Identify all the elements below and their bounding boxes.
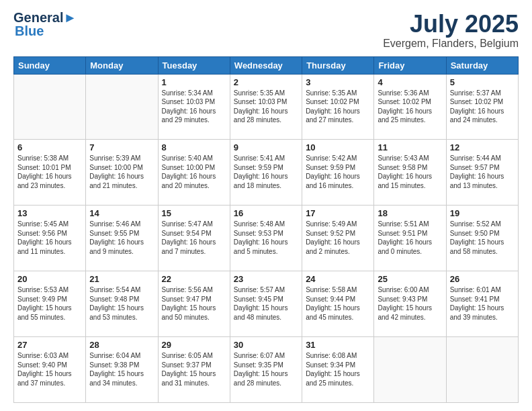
cell-line-7-1: Sunset: 10:00 PM	[89, 164, 143, 171]
cell-line-25-0: Sunrise: 6:00 AM	[378, 286, 429, 293]
calendar-cell-3-4: 24Sunrise: 5:58 AMSunset: 9:44 PMDayligh…	[302, 271, 374, 337]
calendar-cell-4-3: 30Sunrise: 6:07 AMSunset: 9:35 PMDayligh…	[230, 337, 302, 403]
day-number-24: 24	[306, 274, 370, 284]
calendar-cell-0-1	[86, 74, 158, 140]
calendar-cell-1-2: 8Sunrise: 5:40 AMSunset: 10:00 PMDayligh…	[158, 140, 230, 205]
day-number-25: 25	[378, 274, 442, 284]
cell-line-10-0: Sunrise: 5:42 AM	[306, 154, 357, 162]
cell-line-31-2: Daylight: 15 hours	[306, 370, 360, 377]
cell-line-12-0: Sunrise: 5:44 AM	[450, 154, 501, 162]
cell-line-20-3: and 55 minutes.	[17, 314, 65, 321]
cell-line-13-3: and 11 minutes.	[17, 248, 65, 255]
day-number-8: 8	[162, 142, 226, 152]
header: General► Blue July 2025 Evergem, Flander…	[13, 11, 519, 50]
cell-line-6-1: Sunset: 10:01 PM	[17, 164, 71, 171]
cell-line-27-3: and 37 minutes.	[17, 379, 65, 387]
day-number-29: 29	[162, 340, 226, 350]
cell-line-25-3: and 42 minutes.	[378, 314, 425, 321]
cell-line-5-0: Sunrise: 5:37 AM	[450, 89, 501, 97]
cell-line-4-2: Daylight: 16 hours	[378, 107, 432, 115]
cell-line-15-1: Sunset: 9:54 PM	[162, 230, 212, 237]
cell-line-3-1: Sunset: 10:02 PM	[306, 98, 359, 105]
day-number-26: 26	[450, 274, 515, 284]
calendar-cell-0-0	[14, 74, 86, 140]
cell-content-29: Sunrise: 6:05 AMSunset: 9:37 PMDaylight:…	[162, 351, 226, 387]
col-monday: Monday	[86, 56, 158, 74]
cell-line-18-3: and 0 minutes.	[378, 248, 422, 255]
cell-line-27-1: Sunset: 9:40 PM	[17, 361, 67, 369]
cell-line-1-2: Daylight: 16 hours	[162, 107, 216, 115]
page: General► Blue July 2025 Evergem, Flander…	[0, 0, 532, 411]
cell-content-6: Sunrise: 5:38 AMSunset: 10:01 PMDaylight…	[17, 154, 82, 190]
calendar-title: July 2025	[383, 11, 519, 38]
calendar-cell-0-6: 5Sunrise: 5:37 AMSunset: 10:02 PMDayligh…	[446, 74, 518, 140]
day-number-5: 5	[450, 77, 515, 87]
cell-line-26-1: Sunset: 9:41 PM	[450, 295, 500, 303]
day-number-4: 4	[378, 77, 442, 87]
cell-line-31-1: Sunset: 9:34 PM	[306, 361, 355, 369]
cell-line-30-2: Daylight: 15 hours	[234, 370, 288, 377]
cell-line-18-0: Sunrise: 5:51 AM	[378, 220, 429, 228]
cell-line-12-2: Daylight: 16 hours	[450, 173, 504, 180]
cell-content-26: Sunrise: 6:01 AMSunset: 9:41 PMDaylight:…	[450, 285, 515, 322]
cell-content-11: Sunrise: 5:43 AMSunset: 9:58 PMDaylight:…	[378, 154, 442, 190]
calendar-cell-2-0: 13Sunrise: 5:45 AMSunset: 9:56 PMDayligh…	[14, 205, 86, 271]
day-number-30: 30	[234, 340, 298, 350]
cell-line-11-1: Sunset: 9:58 PM	[378, 164, 427, 171]
cell-line-28-1: Sunset: 9:38 PM	[89, 361, 139, 369]
cell-line-9-3: and 18 minutes.	[234, 182, 281, 189]
cell-line-5-2: Daylight: 16 hours	[450, 107, 504, 115]
calendar-cell-2-3: 16Sunrise: 5:48 AMSunset: 9:53 PMDayligh…	[230, 205, 302, 271]
col-tuesday: Tuesday	[158, 56, 230, 74]
cell-line-2-2: Daylight: 16 hours	[234, 107, 288, 115]
cell-line-2-1: Sunset: 10:03 PM	[234, 98, 287, 105]
cell-line-23-1: Sunset: 9:45 PM	[234, 295, 283, 303]
cell-line-31-3: and 25 minutes.	[306, 379, 353, 387]
cell-content-12: Sunrise: 5:44 AMSunset: 9:57 PMDaylight:…	[450, 154, 515, 190]
week-row-4: 20Sunrise: 5:53 AMSunset: 9:49 PMDayligh…	[14, 271, 519, 337]
cell-line-21-3: and 53 minutes.	[89, 314, 137, 321]
cell-line-28-3: and 34 minutes.	[89, 379, 137, 387]
cell-line-2-0: Sunrise: 5:35 AM	[234, 89, 285, 97]
cell-content-27: Sunrise: 6:03 AMSunset: 9:40 PMDaylight:…	[17, 351, 82, 387]
cell-line-8-3: and 20 minutes.	[162, 182, 210, 189]
week-row-2: 6Sunrise: 5:38 AMSunset: 10:01 PMDayligh…	[14, 140, 519, 205]
day-number-7: 7	[89, 142, 154, 152]
day-number-12: 12	[450, 142, 515, 152]
calendar-subtitle: Evergem, Flanders, Belgium	[383, 38, 519, 50]
cell-content-7: Sunrise: 5:39 AMSunset: 10:00 PMDaylight…	[89, 154, 154, 190]
cell-line-19-2: Daylight: 15 hours	[450, 238, 504, 246]
cell-line-19-0: Sunrise: 5:52 AM	[450, 220, 501, 228]
week-row-1: 1Sunrise: 5:34 AMSunset: 10:03 PMDayligh…	[14, 74, 519, 140]
cell-line-29-0: Sunrise: 6:05 AM	[162, 352, 213, 359]
day-number-11: 11	[378, 142, 442, 152]
cell-line-16-0: Sunrise: 5:48 AM	[234, 220, 285, 228]
cell-line-29-2: Daylight: 15 hours	[162, 370, 216, 377]
cell-line-22-0: Sunrise: 5:56 AM	[162, 286, 213, 293]
calendar-cell-4-0: 27Sunrise: 6:03 AMSunset: 9:40 PMDayligh…	[14, 337, 86, 403]
cell-line-29-3: and 31 minutes.	[162, 379, 210, 387]
calendar-cell-0-5: 4Sunrise: 5:36 AMSunset: 10:02 PMDayligh…	[374, 74, 446, 140]
day-number-18: 18	[378, 208, 442, 218]
cell-line-11-0: Sunrise: 5:43 AM	[378, 154, 429, 162]
calendar-header-row: Sunday Monday Tuesday Wednesday Thursday…	[14, 56, 519, 74]
cell-line-21-2: Daylight: 15 hours	[89, 304, 144, 312]
cell-line-3-2: Daylight: 16 hours	[306, 107, 360, 115]
cell-content-5: Sunrise: 5:37 AMSunset: 10:02 PMDaylight…	[450, 89, 515, 125]
cell-content-19: Sunrise: 5:52 AMSunset: 9:50 PMDaylight:…	[450, 220, 515, 256]
day-number-9: 9	[234, 142, 298, 152]
cell-line-26-0: Sunrise: 6:01 AM	[450, 286, 501, 293]
day-number-13: 13	[17, 208, 82, 218]
cell-content-23: Sunrise: 5:57 AMSunset: 9:45 PMDaylight:…	[234, 285, 298, 322]
day-number-28: 28	[89, 340, 154, 350]
calendar-cell-3-3: 23Sunrise: 5:57 AMSunset: 9:45 PMDayligh…	[230, 271, 302, 337]
cell-line-12-1: Sunset: 9:57 PM	[450, 164, 500, 171]
day-number-21: 21	[89, 274, 154, 284]
cell-line-20-0: Sunrise: 5:53 AM	[17, 286, 69, 293]
cell-line-21-0: Sunrise: 5:54 AM	[89, 286, 140, 293]
cell-line-15-2: Daylight: 16 hours	[162, 238, 216, 246]
cell-line-3-3: and 27 minutes.	[306, 116, 353, 124]
cell-content-22: Sunrise: 5:56 AMSunset: 9:47 PMDaylight:…	[162, 285, 226, 322]
cell-content-8: Sunrise: 5:40 AMSunset: 10:00 PMDaylight…	[162, 154, 226, 190]
day-number-14: 14	[89, 208, 154, 218]
